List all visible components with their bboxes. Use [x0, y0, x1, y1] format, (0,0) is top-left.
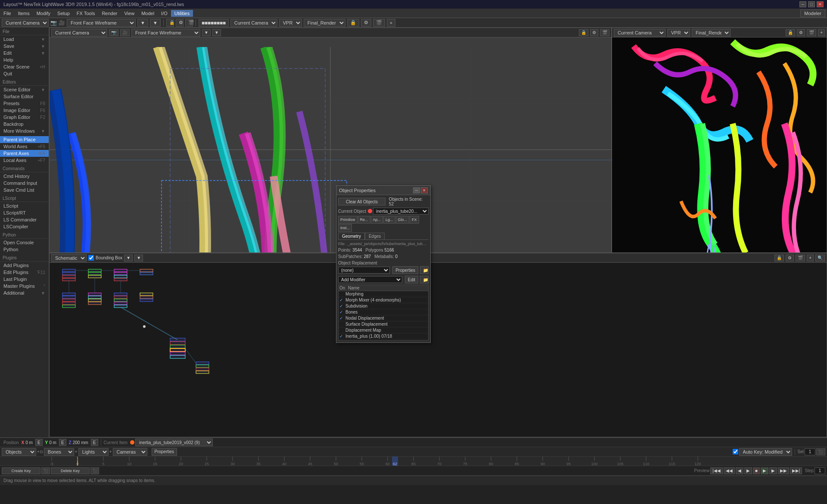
tab-geometry[interactable]: Geometry [338, 233, 365, 240]
main-vp-dropdown2[interactable]: ▼ [212, 29, 221, 36]
cameras-select[interactable]: Cameras [113, 448, 147, 456]
modifier-morphing[interactable]: Morphing [339, 291, 428, 297]
main-vp-dropdown1[interactable]: ▼ [202, 29, 211, 36]
schematic-dropdown[interactable]: ▼ [124, 255, 133, 261]
modifier-subdivision[interactable]: ✓ Subdivision [339, 303, 428, 309]
current-object-select[interactable]: inertia_plus_tube20... [373, 208, 429, 215]
sidebar-python[interactable]: Python [0, 246, 49, 253]
main-vp-icon1[interactable]: 📷 [109, 29, 118, 36]
tab-primitive[interactable]: Primitive [338, 216, 358, 224]
sidebar-command-input[interactable]: Command Input [0, 180, 49, 187]
main-vp-gear[interactable]: ⚙ [590, 29, 598, 36]
main-vp-mode[interactable]: Front Face Wireframe [131, 29, 200, 37]
tab-lg[interactable]: Lg... [383, 216, 395, 224]
btn-play-back[interactable]: ▶ [744, 467, 752, 474]
main-vp-film[interactable]: 🎬 [600, 29, 609, 36]
menu-setup[interactable]: Setup [54, 10, 73, 17]
right-vp-canvas[interactable] [612, 37, 827, 252]
tab-re[interactable]: Re... [358, 216, 370, 224]
right-vp-lock[interactable]: 🔒 [786, 29, 795, 36]
edit-modifier-btn[interactable]: Edit [405, 276, 418, 283]
schematic-search[interactable]: 🔍 [815, 255, 825, 261]
tab-glo[interactable]: Glo... [396, 216, 410, 224]
maximize-btn[interactable]: □ [808, 1, 815, 7]
step-input[interactable] [815, 467, 825, 474]
sidebar-save-cmd-list[interactable]: Save Cmd List [0, 187, 49, 193]
vpr-select[interactable]: VPR [279, 19, 302, 27]
sidebar-edit-plugins[interactable]: Edit Plugins 'F11 [0, 269, 49, 276]
sel-input[interactable] [805, 448, 815, 455]
btn-start[interactable]: |◀◀ [710, 467, 723, 474]
cam-lock[interactable]: 🔒 [347, 19, 359, 27]
schematic-dropdown2[interactable]: ▼ [134, 255, 143, 261]
timeline-ruler[interactable]: -5 0 5 10 15 20 25 30 35 40 45 50 55 [0, 457, 827, 466]
vp-settings[interactable]: ⚙ [176, 19, 183, 27]
properties-bottom-btn[interactable]: Properties [152, 448, 177, 456]
sidebar-clear-scene[interactable]: Clear Scene +H [0, 63, 49, 70]
btn-prev-key[interactable]: ◀◀ [724, 467, 735, 474]
sidebar-lscompiler[interactable]: LSCompiler [0, 223, 49, 230]
minimize-btn[interactable]: ─ [799, 1, 806, 7]
view-mode-select[interactable]: Front Face Wireframe [67, 19, 136, 27]
sidebar-lscript-rt[interactable]: LScript/RT [0, 209, 49, 216]
sidebar-load[interactable]: Load ▼ [0, 36, 49, 43]
btn-next-key[interactable]: ▶▶ [778, 467, 789, 474]
dialog-title-bar[interactable]: Object Properties ─ ✕ [336, 186, 430, 195]
clear-all-objects-btn[interactable]: Clear All Objects [338, 198, 386, 205]
camera-select-right[interactable]: Current Camera [230, 19, 277, 27]
sidebar-open-console[interactable]: Open Console [0, 239, 49, 246]
sidebar-additional[interactable]: Additional ▼ [0, 289, 49, 296]
tab-ap[interactable]: Ap... [371, 216, 383, 224]
sidebar-presets[interactable]: Presets F8 [0, 100, 49, 107]
sidebar-surface-editor[interactable]: Surface Editor [0, 93, 49, 100]
right-vp-film[interactable]: 🎬 [807, 29, 816, 36]
auto-key-select[interactable]: Auto Key: Modified [739, 448, 792, 456]
lights-select[interactable]: Lights [78, 448, 109, 456]
snap-btn[interactable]: ◼◼◼◼◼◼◼◼ [199, 19, 229, 27]
modeler-btn[interactable]: Modeler [800, 9, 825, 17]
delete-key-icon[interactable]: ⬛ [90, 467, 99, 474]
btn-next-frame[interactable]: ▶ [769, 467, 777, 474]
sidebar-graph-editor[interactable]: Graph Editor F2 [0, 114, 49, 121]
modifier-bones[interactable]: ✓ Bones [339, 309, 428, 315]
sidebar-quit[interactable]: Quit [0, 70, 49, 77]
btn-prev-frame[interactable]: ◀ [736, 467, 743, 474]
sidebar-last-plugin[interactable]: Last Plugin [0, 276, 49, 283]
sidebar-image-editor[interactable]: Image Editor F6 [0, 107, 49, 114]
dialog-close[interactable]: ✕ [421, 187, 428, 193]
main-vp-canvas[interactable] [50, 37, 611, 252]
z-e-btn[interactable]: E [91, 439, 98, 446]
add-viewport-btn[interactable]: + [387, 19, 395, 27]
sel-edit-btn[interactable]: ⬛ [816, 448, 825, 455]
add-modifier-select[interactable]: Add Modifier [338, 276, 402, 283]
right-vp-vpr[interactable]: VPR [667, 29, 690, 37]
menu-utilities[interactable]: Utilities [171, 10, 193, 17]
delete-key-btn[interactable]: Delete Key [51, 467, 90, 474]
tab-inst[interactable]: Inst... [338, 224, 352, 232]
right-vp-add[interactable]: + [818, 29, 825, 36]
sidebar-cmd-history[interactable]: Cmd History [0, 173, 49, 180]
tri-btn2[interactable]: ▼ [150, 19, 161, 27]
btn-end[interactable]: ▶▶| [790, 467, 802, 474]
menu-render[interactable]: Render [98, 10, 121, 17]
right-vp-render[interactable]: Final_Render [692, 29, 731, 37]
menu-io[interactable]: I/O [158, 10, 171, 17]
modifier-list[interactable]: On Name Morphing ✓ Morph Mixer (4 endomo… [338, 285, 429, 341]
bones-select[interactable]: Bones [44, 448, 74, 456]
sidebar-scene-editor[interactable]: Scene Editor ▼ [0, 86, 49, 93]
schematic-lock[interactable]: 🔒 [774, 255, 784, 261]
modifier-morph-mixer[interactable]: ✓ Morph Mixer (4 endomorphs) [339, 297, 428, 303]
sidebar-master-plugins[interactable]: Master Plugins ° [0, 283, 49, 289]
cam-render-btn[interactable]: 🎬 [373, 19, 385, 27]
replacement-properties-btn[interactable]: Properties [392, 266, 418, 274]
schematic-gear[interactable]: ⚙ [786, 255, 794, 261]
schematic-film[interactable]: 🎬 [796, 255, 805, 261]
auto-key-check[interactable] [733, 449, 738, 454]
close-btn[interactable]: ✕ [817, 1, 824, 7]
vp-lock[interactable]: 🔒 [166, 19, 174, 27]
menu-view[interactable]: View [121, 10, 138, 17]
camera-select-left[interactable]: Current Camera [2, 19, 49, 27]
main-vp-icon2[interactable]: 🎥 [120, 29, 130, 36]
schematic-add[interactable]: + [807, 255, 814, 261]
objects-select[interactable]: Objects [2, 448, 36, 456]
